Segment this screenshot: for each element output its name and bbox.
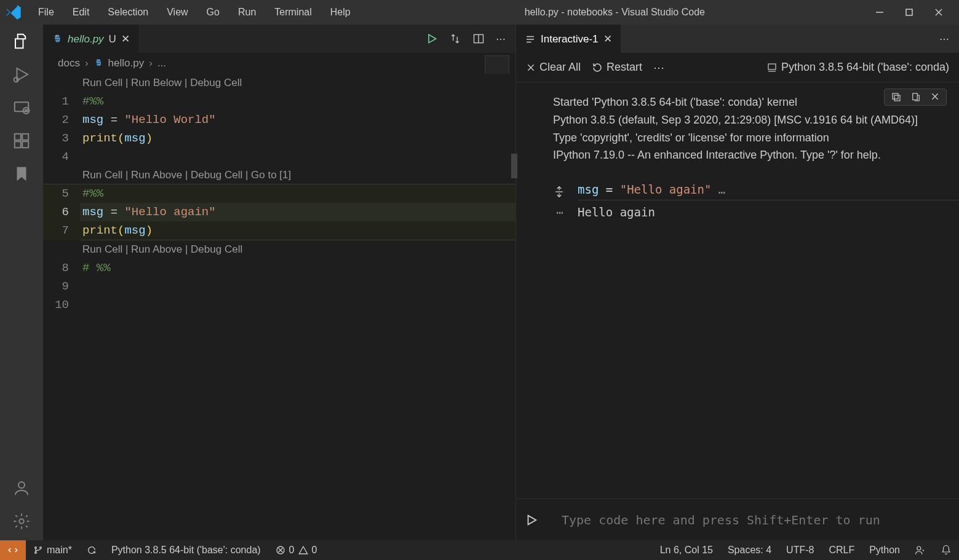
breadcrumb[interactable]: docs › hello.py › ... bbox=[43, 53, 515, 74]
compare-changes-icon[interactable] bbox=[449, 33, 461, 45]
title-bar: File Edit Selection View Go Run Terminal… bbox=[0, 0, 959, 25]
svg-marker-35 bbox=[528, 515, 536, 524]
explorer-icon[interactable] bbox=[12, 32, 31, 50]
svg-point-15 bbox=[19, 519, 24, 524]
output-indicator-icon[interactable]: ⋯ bbox=[553, 205, 567, 219]
executed-code[interactable]: msg = "Hello again" … bbox=[578, 183, 959, 200]
interactive-tabs: Interactive-1 ✕ ⋯ bbox=[516, 25, 959, 53]
sync-icon[interactable] bbox=[79, 545, 104, 555]
notifications-icon[interactable] bbox=[933, 545, 959, 556]
problems[interactable]: 0 0 bbox=[268, 545, 325, 556]
collapse-cell-icon[interactable] bbox=[553, 186, 567, 198]
interactive-pane: Interactive-1 ✕ ⋯ Clear All Restart ⋯ bbox=[516, 25, 959, 540]
editor-actions: ⋯ bbox=[426, 25, 515, 53]
restart-button[interactable]: Restart bbox=[592, 61, 642, 74]
more-actions-icon[interactable]: ⋯ bbox=[939, 33, 949, 45]
run-file-icon[interactable] bbox=[426, 33, 438, 45]
language-mode[interactable]: Python bbox=[862, 545, 907, 556]
interpreter-selector[interactable]: Python 3.8.5 64-bit ('base': conda) bbox=[766, 61, 949, 74]
status-interpreter[interactable]: Python 3.8.5 64-bit ('base': conda) bbox=[104, 545, 268, 556]
window-title: hello.py - notebooks - Visual Studio Cod… bbox=[359, 7, 870, 18]
cursor-position[interactable]: Ln 6, Col 15 bbox=[653, 545, 720, 556]
svg-point-16 bbox=[56, 36, 57, 37]
clear-all-button[interactable]: Clear All bbox=[526, 61, 581, 74]
indentation[interactable]: Spaces: 4 bbox=[720, 545, 779, 556]
interactive-code-input[interactable] bbox=[554, 507, 950, 534]
tab-filename: hello.py bbox=[68, 33, 104, 45]
editor-tabs: hello.py U ✕ ⋯ bbox=[43, 25, 515, 53]
vscode-logo-icon bbox=[5, 4, 22, 21]
maximize-button[interactable] bbox=[900, 3, 918, 22]
svg-rect-29 bbox=[913, 93, 918, 100]
delete-cell-icon[interactable] bbox=[930, 92, 940, 103]
cell-actions bbox=[884, 89, 947, 106]
python-file-icon bbox=[94, 58, 103, 68]
codelens-cell-1[interactable]: Run Cell | Run Below | Debug Cell bbox=[43, 74, 515, 92]
menu-file[interactable]: File bbox=[30, 3, 63, 22]
execute-input-icon[interactable] bbox=[525, 513, 549, 527]
chevron-right-icon: › bbox=[149, 57, 153, 69]
chevron-right-icon: › bbox=[85, 57, 89, 69]
svg-rect-28 bbox=[893, 93, 898, 99]
toolbar-more-icon[interactable]: ⋯ bbox=[653, 61, 664, 74]
kernel-line: Type 'copyright', 'credits' or 'license'… bbox=[553, 129, 947, 147]
close-button[interactable] bbox=[929, 3, 948, 22]
breadcrumb-folder[interactable]: docs bbox=[58, 57, 80, 69]
menu-go[interactable]: Go bbox=[198, 3, 228, 22]
tab-hello-py[interactable]: hello.py U ✕ bbox=[43, 25, 138, 53]
svg-rect-10 bbox=[15, 134, 21, 140]
menu-selection[interactable]: Selection bbox=[99, 3, 157, 22]
copy-icon[interactable] bbox=[891, 92, 902, 103]
settings-gear-icon[interactable] bbox=[12, 512, 31, 530]
split-editor-icon[interactable] bbox=[472, 33, 485, 45]
svg-point-14 bbox=[18, 482, 25, 488]
extensions-icon[interactable] bbox=[12, 132, 31, 150]
remote-indicator[interactable] bbox=[0, 540, 26, 560]
kernel-line: IPython 7.19.0 -- An enhanced Interactiv… bbox=[553, 146, 947, 164]
editor-region: hello.py U ✕ ⋯ d bbox=[43, 25, 959, 540]
tab-interactive-1[interactable]: Interactive-1 ✕ bbox=[516, 25, 621, 53]
goto-icon[interactable] bbox=[910, 92, 921, 103]
minimize-button[interactable] bbox=[870, 3, 889, 22]
eol[interactable]: CRLF bbox=[821, 545, 862, 556]
more-actions-icon[interactable]: ⋯ bbox=[496, 33, 506, 45]
svg-rect-11 bbox=[15, 141, 21, 148]
svg-rect-12 bbox=[22, 141, 28, 148]
menu-terminal[interactable]: Terminal bbox=[266, 3, 320, 22]
status-bar: main* Python 3.8.5 64-bit ('base': conda… bbox=[0, 540, 959, 560]
svg-point-37 bbox=[35, 552, 37, 554]
window-controls bbox=[870, 3, 948, 22]
menu-help[interactable]: Help bbox=[322, 3, 359, 22]
svg-rect-1 bbox=[906, 9, 912, 15]
activity-bar bbox=[0, 25, 43, 540]
menu-edit[interactable]: Edit bbox=[64, 3, 98, 22]
svg-marker-17 bbox=[429, 34, 436, 42]
codelens-cell-3[interactable]: Run Cell | Run Above | Debug Cell bbox=[43, 240, 515, 259]
code-area[interactable]: Run Cell | Run Below | Debug Cell 1 2 3 … bbox=[43, 74, 515, 540]
tab-interactive-label: Interactive-1 bbox=[541, 33, 599, 45]
run-debug-icon[interactable] bbox=[12, 65, 31, 84]
cell-output: Hello again bbox=[578, 205, 655, 219]
tab-dirty-indicator: U bbox=[109, 33, 116, 45]
interactive-toolbar: Clear All Restart ⋯ Python 3.8.5 64-bit … bbox=[516, 53, 959, 82]
git-branch[interactable]: main* bbox=[26, 545, 79, 556]
remote-explorer-icon[interactable] bbox=[12, 98, 31, 117]
python-file-icon bbox=[52, 34, 63, 45]
tab-close-icon[interactable]: ✕ bbox=[603, 33, 612, 45]
main-area: hello.py U ✕ ⋯ d bbox=[0, 25, 959, 540]
accounts-icon[interactable] bbox=[12, 479, 31, 497]
kernel-line: Python 3.8.5 (default, Sep 3 2020, 21:29… bbox=[553, 111, 947, 129]
svg-point-42 bbox=[917, 546, 921, 550]
encoding[interactable]: UTF-8 bbox=[779, 545, 821, 556]
menu-view[interactable]: View bbox=[158, 3, 196, 22]
svg-point-38 bbox=[40, 547, 42, 549]
codelens-cell-2[interactable]: Run Cell | Run Above | Debug Cell | Go t… bbox=[43, 166, 515, 184]
breadcrumb-symbol[interactable]: ... bbox=[157, 57, 166, 69]
svg-rect-13 bbox=[22, 134, 28, 140]
breadcrumb-file[interactable]: hello.py bbox=[108, 57, 145, 69]
tab-close-icon[interactable]: ✕ bbox=[121, 33, 130, 45]
menu-bar: File Edit Selection View Go Run Terminal… bbox=[30, 3, 359, 22]
feedback-icon[interactable] bbox=[907, 545, 933, 556]
menu-run[interactable]: Run bbox=[229, 3, 265, 22]
bookmark-icon[interactable] bbox=[12, 165, 31, 183]
